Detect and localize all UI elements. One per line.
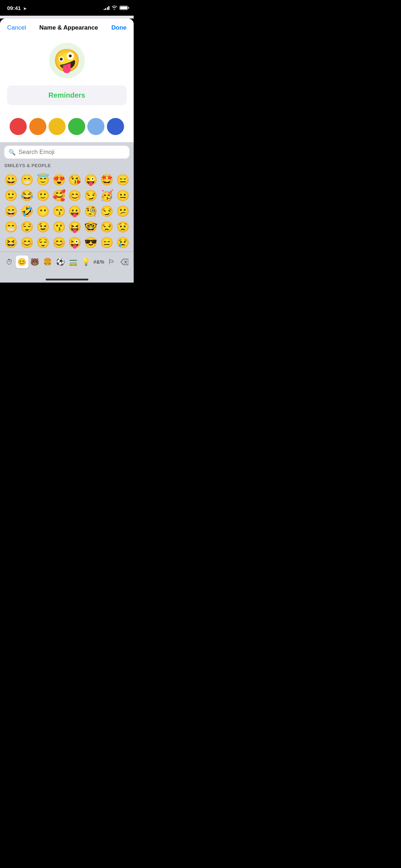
emoji-cell[interactable]: 🙂 bbox=[3, 187, 19, 203]
emoji-cell[interactable]: 😆 bbox=[3, 234, 19, 250]
emoji-cell[interactable]: 😊 bbox=[67, 187, 83, 203]
emoji-cell[interactable]: 😟 bbox=[115, 219, 131, 234]
color-swatch-red[interactable] bbox=[10, 118, 27, 135]
emoji-picker: 🔍 SMILEYS & PEOPLE 😀😁😇😍😘😜🤩😑🙂😂🙂🥰😊😏🥳😐😄🤣😶😙😛… bbox=[0, 142, 134, 272]
color-picker bbox=[0, 111, 134, 142]
toolbar-recent[interactable]: ⏱ bbox=[3, 255, 16, 268]
status-icons bbox=[104, 5, 128, 11]
toolbar-travel[interactable]: 🚃 bbox=[67, 255, 80, 268]
toolbar-smileys[interactable]: 😊 bbox=[16, 255, 29, 268]
emoji-cell[interactable]: 😒 bbox=[99, 219, 115, 234]
avatar-area[interactable]: 🤪 bbox=[0, 37, 134, 86]
emoji-cell[interactable]: 😎 bbox=[83, 234, 99, 250]
emoji-cell[interactable]: 😶 bbox=[35, 203, 51, 219]
toolbar-sports[interactable]: ⚽ bbox=[54, 255, 67, 268]
emoji-cell[interactable]: 😙 bbox=[51, 203, 67, 219]
emoji-cell[interactable]: 😏 bbox=[99, 203, 115, 219]
emoji-cell[interactable]: 😌 bbox=[35, 234, 51, 250]
emoji-cell[interactable]: 🤓 bbox=[83, 219, 99, 234]
list-name-input[interactable] bbox=[7, 86, 127, 105]
signal-icon bbox=[104, 6, 110, 10]
emoji-cell[interactable]: 😇 bbox=[35, 172, 51, 187]
color-swatch-light-blue[interactable] bbox=[87, 118, 104, 135]
home-indicator bbox=[0, 272, 134, 283]
page-title: Name & Appearance bbox=[39, 24, 98, 31]
emoji-cell[interactable]: 😍 bbox=[51, 172, 67, 187]
emoji-cell[interactable]: 😐 bbox=[115, 187, 131, 203]
emoji-cell[interactable]: 🥰 bbox=[51, 187, 67, 203]
emoji-cell[interactable]: 😊 bbox=[51, 234, 67, 250]
nav-bar: Cancel Name & Appearance Done bbox=[0, 19, 134, 37]
emoji-cell[interactable]: 🙂 bbox=[35, 187, 51, 203]
emoji-cell[interactable]: 😕 bbox=[115, 203, 131, 219]
emoji-cell[interactable]: 🥳 bbox=[99, 187, 115, 203]
emoji-cell[interactable]: 😘 bbox=[67, 172, 83, 187]
status-bar: 09:41 ➤ bbox=[0, 0, 134, 16]
emoji-cell[interactable]: 😁 bbox=[3, 219, 19, 234]
emoji-cell[interactable]: 😏 bbox=[83, 187, 99, 203]
name-input-area bbox=[0, 86, 134, 111]
emoji-cell[interactable]: 😝 bbox=[67, 219, 83, 234]
emoji-cell[interactable]: 😜 bbox=[67, 234, 83, 250]
battery-icon bbox=[119, 6, 128, 10]
emoji-cell[interactable]: 😌 bbox=[19, 219, 35, 234]
delete-button[interactable] bbox=[118, 255, 131, 268]
toolbar-flags[interactable]: 🏳 bbox=[105, 255, 118, 268]
toolbar-symbols[interactable]: #&% bbox=[92, 255, 105, 268]
emoji-cell[interactable]: 🤩 bbox=[99, 172, 115, 187]
emoji-cell[interactable]: 😀 bbox=[3, 172, 19, 187]
emoji-cell[interactable]: 😉 bbox=[35, 219, 51, 234]
emoji-search-wrapper: 🔍 bbox=[4, 146, 129, 159]
emoji-cell[interactable]: 🧐 bbox=[83, 203, 99, 219]
toolbar-objects[interactable]: 💡 bbox=[79, 255, 92, 268]
toolbar-animals[interactable]: 🐻 bbox=[29, 255, 41, 268]
emoji-cell[interactable]: 🤣 bbox=[19, 203, 35, 219]
emoji-cell[interactable]: 😑 bbox=[99, 234, 115, 250]
emoji-cell[interactable]: 😁 bbox=[19, 172, 35, 187]
search-icon: 🔍 bbox=[9, 149, 16, 156]
emoji-grid: 😀😁😇😍😘😜🤩😑🙂😂🙂🥰😊😏🥳😐😄🤣😶😙😛🧐😏😕😁😌😉😗😝🤓😒😟😆😊😌😊😜😎😑😢 bbox=[0, 170, 134, 252]
emoji-search-bar: 🔍 bbox=[0, 142, 134, 161]
color-swatch-blue[interactable] bbox=[107, 118, 124, 135]
color-swatch-green[interactable] bbox=[68, 118, 85, 135]
emoji-cell[interactable]: 😜 bbox=[83, 172, 99, 187]
emoji-toolbar: ⏱ 😊 🐻 🍔 ⚽ 🚃 💡 #&% 🏳 bbox=[0, 252, 134, 272]
avatar[interactable]: 🤪 bbox=[49, 43, 85, 78]
main-sheet: Cancel Name & Appearance Done 🤪 🔍 SMILEY… bbox=[0, 19, 134, 272]
status-time: 09:41 ➤ bbox=[7, 5, 26, 11]
emoji-cell[interactable]: 😑 bbox=[115, 172, 131, 187]
color-swatch-orange[interactable] bbox=[29, 118, 46, 135]
emoji-cell[interactable]: 😗 bbox=[51, 219, 67, 234]
category-label: SMILEYS & PEOPLE bbox=[0, 161, 134, 170]
done-button[interactable]: Done bbox=[111, 24, 127, 31]
toolbar-food[interactable]: 🍔 bbox=[41, 255, 54, 268]
cancel-button[interactable]: Cancel bbox=[7, 24, 26, 31]
sheet-handle bbox=[0, 16, 134, 19]
emoji-search-input[interactable] bbox=[19, 149, 125, 156]
emoji-cell[interactable]: 😂 bbox=[19, 187, 35, 203]
emoji-cell[interactable]: 😢 bbox=[115, 234, 131, 250]
home-bar bbox=[46, 279, 88, 280]
emoji-cell[interactable]: 😛 bbox=[67, 203, 83, 219]
wifi-icon bbox=[112, 5, 117, 11]
color-swatch-yellow[interactable] bbox=[48, 118, 66, 135]
emoji-cell[interactable]: 😊 bbox=[19, 234, 35, 250]
emoji-cell[interactable]: 😄 bbox=[3, 203, 19, 219]
